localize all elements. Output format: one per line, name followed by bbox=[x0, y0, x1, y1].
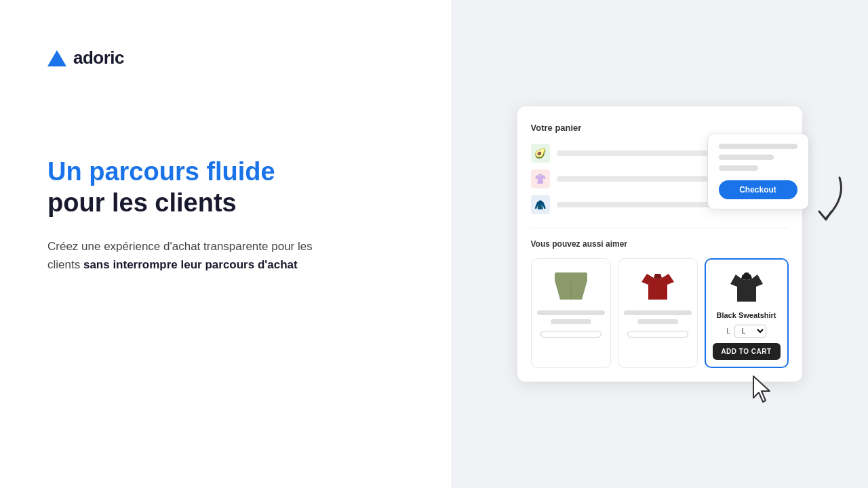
logo-triangle-icon bbox=[47, 50, 66, 66]
section-divider bbox=[531, 228, 789, 228]
mock-wrapper: Votre panier 🥑 👚 🧥 bbox=[517, 106, 802, 382]
product-price-bar-shorts bbox=[551, 319, 591, 324]
svg-point-2 bbox=[744, 272, 749, 277]
cart-item-icon-1: 🥑 bbox=[531, 144, 550, 163]
right-panel: Votre panier 🥑 👚 🧥 bbox=[451, 0, 868, 488]
curved-arrow-icon bbox=[806, 171, 846, 225]
headline-area: Un parcours fluide pour les clients bbox=[47, 157, 403, 218]
popup-line-1 bbox=[719, 144, 797, 149]
size-label: L bbox=[726, 327, 730, 335]
product-add-button-shorts[interactable] bbox=[540, 331, 601, 338]
cart-item-icon-3: 🧥 bbox=[531, 195, 550, 214]
description-text: Créez une expérience d'achat transparent… bbox=[47, 237, 346, 274]
product-img-shirt bbox=[636, 267, 679, 305]
product-add-button-shirt[interactable] bbox=[627, 331, 688, 338]
logo-area: adoric bbox=[47, 47, 403, 68]
cursor-icon bbox=[751, 375, 775, 409]
left-panel: adoric Un parcours fluide pour les clien… bbox=[0, 0, 451, 488]
product-price-bar-shirt bbox=[637, 319, 678, 324]
checkout-button[interactable]: Checkout bbox=[719, 180, 797, 199]
size-select-row: L L S M XL bbox=[713, 325, 781, 338]
cart-item-icon-2: 👚 bbox=[531, 169, 550, 188]
cart-title: Votre panier bbox=[531, 123, 789, 133]
recommendations-title: Vous pouvez aussi aimer bbox=[531, 239, 789, 249]
products-row: Black Sweatshirt L L S M XL ADD TO CART bbox=[531, 258, 789, 368]
popup-line-3 bbox=[719, 165, 758, 171]
size-dropdown[interactable]: L S M XL bbox=[734, 325, 766, 338]
product-title-sweatshirt: Black Sweatshirt bbox=[716, 311, 776, 319]
product-card-shorts bbox=[531, 258, 611, 368]
add-to-cart-button[interactable]: ADD TO CART bbox=[713, 343, 781, 360]
product-img-shorts bbox=[549, 267, 593, 305]
logo-text: adoric bbox=[73, 47, 124, 68]
product-card-sweatshirt: Black Sweatshirt L L S M XL ADD TO CART bbox=[705, 258, 789, 368]
product-name-bar-shorts bbox=[537, 310, 605, 315]
popup-line-2 bbox=[719, 155, 774, 160]
product-card-shirt bbox=[618, 258, 698, 368]
svg-rect-0 bbox=[555, 272, 587, 282]
description-bold: sans interrompre leur parcours d'achat bbox=[83, 258, 298, 271]
headline-line1: Un parcours fluide bbox=[47, 157, 403, 188]
checkout-popup: Checkout bbox=[707, 134, 809, 209]
headline-line2: pour les clients bbox=[47, 188, 403, 219]
product-name-bar-shirt bbox=[624, 310, 692, 315]
product-img-sweatshirt bbox=[725, 268, 768, 306]
